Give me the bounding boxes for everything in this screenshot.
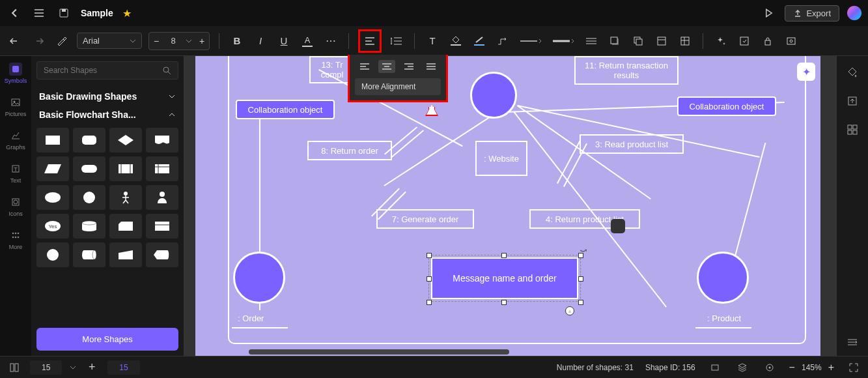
shadow-button[interactable] (606, 33, 623, 50)
shape-internal-storage[interactable] (146, 156, 178, 181)
fit-view-button[interactable] (707, 360, 723, 375)
zoom-in-button[interactable]: + (828, 362, 834, 373)
italic-button[interactable]: I (252, 33, 269, 50)
node-website[interactable]: : Website (475, 141, 527, 176)
align-left-option[interactable] (356, 60, 373, 73)
copy-button[interactable] (630, 33, 647, 50)
node-collab-left[interactable]: Collaboration object (236, 100, 335, 119)
line-style-button[interactable] (518, 33, 544, 50)
shape-card[interactable] (109, 214, 142, 239)
connector-button[interactable] (494, 33, 511, 50)
shape-database[interactable] (73, 214, 105, 239)
shape-display[interactable] (146, 242, 178, 267)
export-button[interactable]: Export (785, 5, 839, 22)
align-right-option[interactable] (400, 60, 417, 73)
more-shapes-button[interactable]: More Shapes (36, 328, 178, 351)
shape-decision-yes[interactable]: Yes (36, 214, 69, 239)
distribute-button[interactable] (583, 33, 600, 50)
fullscreen-button[interactable] (846, 360, 861, 375)
bold-button[interactable]: B (229, 33, 245, 50)
search-shapes-input[interactable] (36, 61, 178, 80)
font-family-select[interactable]: Arial (77, 33, 142, 49)
line-weight-button[interactable] (550, 33, 576, 50)
preview-button[interactable] (783, 33, 800, 50)
shape-parallelogram[interactable] (36, 156, 69, 181)
canvas[interactable]: Collaboration object Collaboration objec… (184, 56, 837, 356)
text-align-button[interactable] (361, 33, 378, 50)
category-basic-flowchart[interactable]: Basic Flowchart Sha... (36, 106, 178, 124)
align-center-option[interactable] (378, 60, 395, 73)
shape-person[interactable] (146, 185, 178, 210)
font-size-increase[interactable]: + (195, 33, 209, 50)
node-8[interactable]: 8: Return order (307, 141, 392, 160)
add-page-button[interactable]: + (84, 360, 100, 375)
shape-manual-input[interactable] (109, 242, 142, 267)
font-color-button[interactable]: A (299, 33, 316, 50)
node-11[interactable]: 11: Return transaction results (574, 56, 679, 85)
line-spacing-button[interactable] (388, 33, 405, 50)
target-button[interactable] (762, 360, 777, 375)
more-text-button[interactable]: ⋯ (322, 33, 339, 50)
shape-predefined[interactable] (109, 156, 142, 181)
effects-button[interactable] (712, 33, 729, 50)
shape-stored-data[interactable] (146, 214, 178, 239)
fill-color-button[interactable] (447, 33, 464, 50)
rail-icons[interactable]: Icons (8, 196, 23, 217)
shape-circle2[interactable] (36, 242, 69, 267)
search-input-field[interactable] (44, 66, 157, 75)
node-circle-top[interactable] (470, 72, 517, 119)
lock-button[interactable] (759, 33, 776, 50)
node-collab-right[interactable]: Collaboration object (677, 96, 776, 116)
redo-button[interactable] (30, 33, 47, 50)
edit-button[interactable] (736, 33, 753, 50)
shape-terminator[interactable] (73, 156, 105, 181)
grid-panel-icon[interactable] (845, 123, 860, 137)
page-tab-new[interactable]: 15 (107, 360, 139, 375)
menu-button[interactable] (31, 5, 47, 21)
undo-button[interactable] (7, 33, 23, 50)
category-basic-drawing[interactable]: Basic Drawing Shapes (36, 87, 178, 106)
align-justify-option[interactable] (423, 60, 440, 73)
font-size-stepper[interactable]: − 8 + (148, 32, 210, 50)
floating-handle[interactable] (611, 219, 625, 233)
ai-assist-button[interactable]: ✦ (797, 63, 815, 81)
table-button[interactable] (677, 33, 693, 50)
format-painter-button[interactable] (53, 33, 70, 50)
rail-text[interactable]: TText (9, 162, 22, 184)
node-7[interactable]: 7: Generate order (376, 209, 474, 229)
save-icon[interactable] (56, 5, 72, 21)
shape-rounded-rect[interactable] (73, 128, 105, 153)
page-tab-current[interactable]: 15 (30, 360, 62, 375)
line-color-button[interactable] (471, 33, 488, 50)
chevron-down-icon[interactable] (186, 39, 192, 43)
node-circle-product[interactable] (697, 252, 749, 304)
font-size-decrease[interactable]: − (149, 33, 163, 50)
more-alignment-button[interactable]: More Alignment (355, 78, 441, 95)
underline-button[interactable]: U (275, 33, 292, 50)
rail-symbols[interactable]: Symbols (5, 63, 27, 84)
back-button[interactable] (7, 5, 22, 21)
horizontal-scrollbar[interactable] (249, 349, 509, 355)
shape-document[interactable] (146, 128, 178, 153)
collapse-panel-icon[interactable] (845, 335, 860, 349)
text-tool-button[interactable]: T (424, 33, 441, 50)
node-3[interactable]: 3: Read product list (580, 134, 684, 154)
rail-graphs[interactable]: Graphs (6, 129, 25, 151)
zoom-out-button[interactable]: − (789, 362, 795, 373)
shape-diamond[interactable] (109, 128, 142, 153)
shape-ellipse[interactable] (36, 185, 69, 210)
export-panel-icon[interactable] (845, 94, 860, 108)
shape-cylinder-h[interactable] (73, 242, 105, 267)
rail-pictures[interactable]: Pictures (5, 96, 27, 117)
shape-circle[interactable] (73, 185, 105, 210)
shape-actor[interactable] (109, 185, 142, 210)
favorite-star-icon[interactable]: ★ (122, 7, 132, 20)
rail-more[interactable]: More (9, 229, 23, 250)
avatar[interactable] (847, 6, 861, 20)
shape-rectangle[interactable] (36, 128, 69, 153)
fill-tool-icon[interactable] (845, 65, 860, 80)
layout-button[interactable] (653, 33, 670, 50)
node-message-selected[interactable]: Message name and order (431, 257, 578, 299)
play-button[interactable] (761, 5, 777, 21)
layers-button[interactable] (735, 360, 750, 375)
